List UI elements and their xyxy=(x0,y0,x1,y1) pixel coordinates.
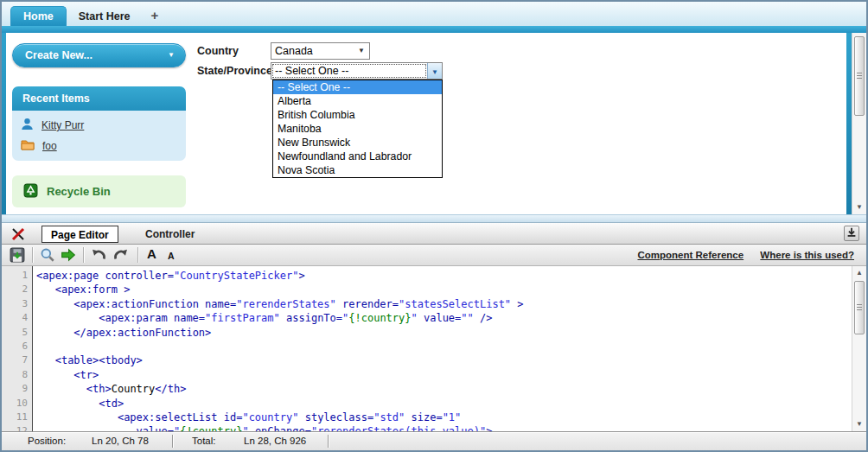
recent-item-link[interactable]: foo xyxy=(42,140,57,152)
editor-toolbar: A A Component Reference Where is this us… xyxy=(2,245,866,266)
recycle-bin-link[interactable]: Recycle Bin xyxy=(12,175,186,207)
code-line: <apex:param name="firstParam" assignTo="… xyxy=(36,311,851,325)
total-label: Total: xyxy=(192,432,216,450)
search-icon[interactable] xyxy=(40,247,55,263)
toolbar-separator xyxy=(83,247,85,263)
create-new-label: Create New... xyxy=(25,49,93,61)
tab-page-editor[interactable]: Page Editor xyxy=(41,226,118,243)
status-separator xyxy=(328,435,329,448)
recent-item: foo xyxy=(12,136,186,156)
recent-items-list: Kitty Purrfoo xyxy=(12,111,186,161)
focus-outline xyxy=(272,64,426,78)
recent-item-link[interactable]: Kitty Purr xyxy=(41,119,84,131)
position-label: Position: xyxy=(28,432,66,450)
position-value: Ln 20, Ch 78 xyxy=(92,432,149,450)
code-lines: <apex:page controller="CountryStatePicke… xyxy=(36,269,851,431)
code-line: </apex:actionFunction> xyxy=(36,326,851,340)
code-line: <th>Country</th> xyxy=(36,382,851,396)
total-value: Ln 28, Ch 926 xyxy=(244,432,306,450)
code-line: <apex:form > xyxy=(36,283,851,296)
code-line: <apex:actionFunction name="rerenderState… xyxy=(36,297,851,311)
scrollbar-thumb[interactable] xyxy=(854,36,865,116)
scroll-up-arrow[interactable]: ▲ xyxy=(852,267,866,279)
code-line: <tr> xyxy=(36,368,851,382)
recent-items-header: Recent Items xyxy=(12,86,186,111)
app-tab-bar: Home Start Here + xyxy=(2,2,866,26)
state-option[interactable]: -- Select One -- xyxy=(273,80,442,94)
scrollbar-thumb[interactable] xyxy=(854,281,865,334)
add-tab-button[interactable]: + xyxy=(142,7,167,26)
code-line: <table><tbody> xyxy=(36,353,851,367)
state-option[interactable]: Nova Scotia xyxy=(273,163,442,177)
person-icon xyxy=(21,118,34,134)
collapse-editor-icon[interactable] xyxy=(844,226,859,241)
code-line xyxy=(36,340,851,353)
chevron-down-icon: ▼ xyxy=(431,68,438,76)
chevron-down-icon: ▼ xyxy=(168,44,175,67)
code-line: <td> xyxy=(36,397,851,411)
state-select-dropdown-button[interactable]: ▼ xyxy=(427,63,442,79)
component-reference-link[interactable]: Component Reference xyxy=(637,250,744,260)
save-icon[interactable] xyxy=(10,247,25,263)
code-line: value="{!country}" onChange="rerenderSta… xyxy=(36,424,851,431)
recent-item: Kitty Purr xyxy=(12,115,186,136)
state-select[interactable]: -- Select One -- ▼ xyxy=(271,62,443,80)
country-select[interactable]: Canada ▼ xyxy=(271,42,370,60)
editor-status-bar: Position: Ln 20, Ch 78 Total: Ln 28, Ch … xyxy=(2,431,866,450)
browser-window: Home Start Here + Create New... ▼ Recent… xyxy=(0,0,868,452)
code-gutter: 123456789101112 xyxy=(2,266,33,431)
redo-icon[interactable] xyxy=(113,247,129,263)
where-is-this-used-link[interactable]: Where is this used? xyxy=(760,250,854,260)
state-option[interactable]: Alberta xyxy=(273,94,442,108)
page-preview-content: Create New... ▼ Recent Items Kitty Purrf… xyxy=(2,33,866,214)
state-dropdown-list: -- Select One --AlbertaBritish ColumbiaM… xyxy=(272,80,443,178)
scroll-down-arrow[interactable]: ▼ xyxy=(852,418,866,430)
state-option[interactable]: New Brunswick xyxy=(273,136,442,150)
editor-vertical-scrollbar[interactable]: ▲ ▼ xyxy=(852,266,866,431)
chevron-down-icon: ▼ xyxy=(358,43,365,59)
editor-tab-bar: Page Editor Controller xyxy=(2,223,866,245)
code-editor[interactable]: 123456789101112 <apex:page controller="C… xyxy=(2,266,866,431)
scrollbar-grip xyxy=(857,304,862,311)
country-select-value: Canada xyxy=(275,45,313,57)
pane-divider xyxy=(2,214,866,223)
active-tab-strip xyxy=(2,26,866,33)
code-line: <apex:selectList id="country" styleclass… xyxy=(36,411,851,424)
tab-controller[interactable]: Controller xyxy=(145,226,195,243)
toolbar-separator xyxy=(32,247,34,263)
font-increase-button[interactable]: A xyxy=(147,246,156,261)
country-label: Country xyxy=(197,45,239,57)
font-decrease-button[interactable]: A xyxy=(168,251,175,261)
create-new-button[interactable]: Create New... ▼ xyxy=(12,43,186,67)
recent-items-title: Recent Items xyxy=(22,92,90,105)
status-separator xyxy=(172,435,174,448)
scrollbar-grip xyxy=(857,73,862,80)
go-arrow-icon[interactable] xyxy=(61,247,76,263)
state-option[interactable]: Manitoba xyxy=(273,122,442,136)
editor-links: Component Reference Where is this used? xyxy=(623,245,854,266)
state-option[interactable]: British Columbia xyxy=(273,108,442,122)
recycle-bin-label: Recycle Bin xyxy=(47,185,111,198)
code-line: <apex:page controller="CountryStatePicke… xyxy=(36,269,851,283)
recycle-bin-icon xyxy=(23,183,38,201)
preview-vertical-scrollbar[interactable]: ▼ xyxy=(852,33,866,214)
undo-icon[interactable] xyxy=(91,247,106,263)
toolbar-separator xyxy=(137,247,139,263)
state-label: State/Province xyxy=(197,65,272,77)
left-accent-strip xyxy=(2,33,6,214)
tab-start-here[interactable]: Start Here xyxy=(67,7,143,26)
state-option[interactable]: Newfoundland and Labrador xyxy=(273,150,442,163)
tab-home[interactable]: Home xyxy=(10,6,67,26)
folder-icon xyxy=(21,138,35,154)
close-icon[interactable] xyxy=(10,226,26,242)
scroll-down-arrow[interactable]: ▼ xyxy=(852,201,866,213)
